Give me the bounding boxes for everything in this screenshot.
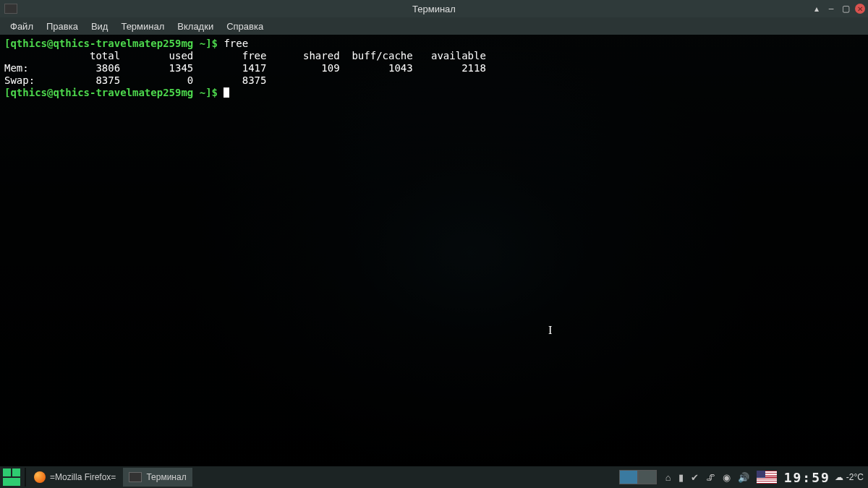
task-firefox-label: =Mozilla Firefox= xyxy=(50,472,116,482)
free-swap-row: Swap: 8375 0 8375 xyxy=(4,74,266,86)
clip-icon[interactable]: 🖇 xyxy=(706,472,715,483)
prompt-1: [qthics@qthics-travelmatep259mg ~]$ xyxy=(4,38,224,49)
firefox-icon xyxy=(34,471,46,483)
terminal-window: Терминал ▴ – ▢ ✕ Файл Правка Вид Термина… xyxy=(0,0,868,466)
start-menu-button[interactable] xyxy=(3,468,20,486)
menu-tabs[interactable]: Вкладки xyxy=(171,20,219,33)
terminal-task-icon xyxy=(129,472,142,482)
rollup-button[interactable]: ▴ xyxy=(812,4,822,14)
minimize-button[interactable]: – xyxy=(826,4,836,14)
menu-view[interactable]: Вид xyxy=(85,20,114,33)
free-header: total used free shared buff/cache availa… xyxy=(4,50,486,61)
taskbar: =Mozilla Firefox= Терминал ⌂ ▮ ✔ 🖇 ◉ 🔊 1… xyxy=(0,466,868,488)
temperature: -2°C xyxy=(846,472,864,482)
task-terminal-label: Терминал xyxy=(146,472,186,482)
prompt-2: [qthics@qthics-travelmatep259mg ~]$ xyxy=(4,87,224,98)
window-controls: ▴ – ▢ ✕ xyxy=(812,4,865,14)
workspace-pager xyxy=(619,470,657,484)
menu-terminal[interactable]: Терминал xyxy=(115,20,170,33)
wifi-icon[interactable]: ◉ xyxy=(723,472,731,483)
workspace-1[interactable] xyxy=(619,470,638,484)
workspace-2[interactable] xyxy=(638,470,657,484)
text-cursor-ibeam: I xyxy=(548,324,552,337)
menubar: Файл Правка Вид Терминал Вкладки Справка xyxy=(0,17,868,35)
titlebar[interactable]: Терминал ▴ – ▢ ✕ xyxy=(0,0,868,17)
separator xyxy=(25,468,26,487)
free-mem-row: Mem: 3806 1345 1417 109 1043 2118 xyxy=(4,62,486,74)
keyboard-layout-us-icon[interactable] xyxy=(757,471,777,484)
desktop: Терминал ▴ – ▢ ✕ Файл Правка Вид Термина… xyxy=(0,0,868,488)
cursor xyxy=(224,87,229,98)
close-button[interactable]: ✕ xyxy=(855,4,865,14)
shield-icon[interactable]: ✔ xyxy=(691,472,699,483)
bluetooth-icon[interactable]: ⌂ xyxy=(665,472,671,483)
volume-icon[interactable]: 🔊 xyxy=(738,472,749,483)
battery-icon[interactable]: ▮ xyxy=(678,472,684,483)
task-terminal[interactable]: Терминал xyxy=(123,468,192,487)
command-text: free xyxy=(224,38,248,49)
task-firefox[interactable]: =Mozilla Firefox= xyxy=(28,468,122,487)
weather-widget[interactable]: ☁ -2°C xyxy=(835,472,864,482)
window-title: Терминал xyxy=(412,4,456,14)
menu-file[interactable]: Файл xyxy=(4,20,39,33)
weather-icon: ☁ xyxy=(835,472,843,482)
maximize-button[interactable]: ▢ xyxy=(841,4,851,14)
menu-edit[interactable]: Правка xyxy=(41,20,84,33)
system-tray: ⌂ ▮ ✔ 🖇 ◉ 🔊 xyxy=(661,472,754,483)
terminal-icon xyxy=(4,4,17,14)
clock[interactable]: 19:59 xyxy=(784,470,830,485)
menu-help[interactable]: Справка xyxy=(221,20,269,33)
terminal-body[interactable]: [qthics@qthics-travelmatep259mg ~]$ free… xyxy=(0,35,868,466)
